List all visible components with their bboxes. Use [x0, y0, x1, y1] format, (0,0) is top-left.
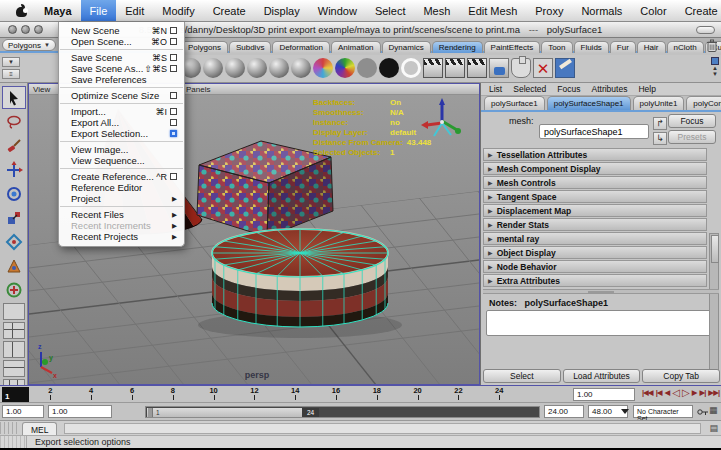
rainbow-icon[interactable] — [335, 58, 355, 78]
focus-button[interactable]: Focus — [668, 114, 716, 128]
file-menu-item-save-scene-as[interactable]: Save Scene As...⇧⌘S — [59, 63, 184, 74]
shelf-scrollbar[interactable]: ▲ ▼ — [711, 57, 719, 77]
section-mesh-component-display[interactable]: ▶Mesh Component Display — [483, 162, 707, 175]
black-icon[interactable] — [379, 58, 399, 78]
shelf-tab-subdivs[interactable]: Subdivs — [229, 41, 271, 53]
go-to-start-button[interactable]: |◀◀ — [641, 388, 654, 397]
shelf-tab-rendering[interactable]: Rendering — [432, 41, 483, 53]
mel-tab[interactable]: MEL — [22, 422, 57, 436]
playback-start-field[interactable]: 1.00 — [48, 405, 112, 418]
option-box-icon[interactable] — [170, 173, 177, 180]
menubar-item-window[interactable]: Window — [309, 0, 366, 21]
shelf-tab-fur[interactable]: Fur — [610, 41, 636, 53]
arrow-out-icon[interactable]: ↳ — [653, 132, 667, 145]
file-menu-item-reference-editor[interactable]: Reference Editor — [59, 182, 184, 193]
shelf-tab-ncloth[interactable]: nCloth — [667, 41, 704, 53]
option-box-icon[interactable] — [170, 54, 177, 61]
shelf-tab-dynamics[interactable]: Dynamics — [382, 41, 431, 53]
play-forward-button[interactable]: ▷ — [681, 387, 690, 398]
ae-menu-focus[interactable]: Focus — [557, 84, 580, 94]
presets-button[interactable]: Presets — [668, 130, 716, 144]
section-extra-attributes[interactable]: ▶Extra Attributes — [483, 274, 707, 287]
step-forward-key-button[interactable]: ▶| — [698, 388, 706, 397]
file-menu-item-import[interactable]: Import...⌘I — [59, 106, 184, 117]
command-input[interactable] — [64, 423, 701, 434]
current-frame-marker[interactable]: 1 — [2, 387, 29, 402]
play-backward-button[interactable]: ◁ — [671, 387, 680, 398]
option-box-icon[interactable] — [170, 92, 177, 99]
option-box-icon[interactable] — [170, 65, 177, 72]
shelf-tab-toon[interactable]: Toon — [541, 41, 572, 53]
time-slider[interactable]: 1 24681012141618202224 1.00 |◀◀|◀◀◁▷▶▶|▶… — [0, 385, 721, 402]
shelf-tab-fluids[interactable]: Fluids — [574, 41, 609, 53]
step-back-frame-button[interactable]: ◀ — [664, 388, 671, 397]
move-tool-icon[interactable] — [2, 158, 26, 181]
viewport-menu-panels[interactable]: Panels — [186, 85, 210, 94]
option-box-icon[interactable] — [170, 130, 177, 137]
section-node-behavior[interactable]: ▶Node Behavior — [483, 260, 707, 273]
ae-tab-polysurfaceshape1[interactable]: polySurfaceShape1 — [547, 96, 631, 110]
menubar-item-color[interactable]: Color — [631, 0, 675, 21]
menubar-item-edit-mesh[interactable]: Edit Mesh — [459, 0, 526, 21]
file-menu-item-create-reference[interactable]: Create Reference...^R — [59, 171, 184, 182]
character-set-field[interactable]: No Character Set — [633, 405, 693, 418]
playback-range-bar[interactable]: 1 24 — [145, 406, 540, 418]
go-to-end-button[interactable]: ▶▶| — [707, 388, 720, 397]
menubar-item-create[interactable]: Create — [204, 0, 255, 21]
sphere-icon[interactable] — [225, 58, 245, 78]
animation-start-field[interactable]: 1.00 — [2, 405, 44, 418]
shelf-menu-icon[interactable]: ▼ — [2, 57, 20, 67]
shelf-tab-polygons[interactable]: Polygons — [181, 41, 228, 53]
option-box-icon[interactable] — [170, 119, 177, 126]
section-tessellation-attributes[interactable]: ▶Tessellation Attributes — [483, 148, 707, 161]
ring-icon[interactable] — [401, 58, 421, 78]
range-start-handle[interactable] — [148, 408, 153, 417]
bucket-icon[interactable] — [489, 58, 509, 78]
script-editor-icon[interactable]: ▤ — [709, 423, 718, 433]
menubar-item-normals[interactable]: Normals — [572, 0, 631, 21]
option-box-icon[interactable] — [170, 27, 177, 34]
section-render-stats[interactable]: ▶Render Stats — [483, 218, 707, 231]
file-menu-item-view-sequence[interactable]: View Sequence... — [59, 155, 184, 166]
ae-menu-help[interactable]: Help — [638, 84, 655, 94]
shelf-tab-painteffects[interactable]: PaintEffects — [484, 41, 541, 53]
playback-range-used[interactable]: 1 24 — [147, 408, 319, 417]
file-menu-item-view-image[interactable]: View Image... — [59, 144, 184, 155]
lasso-tool-icon[interactable] — [2, 110, 26, 133]
option-box-icon[interactable] — [170, 38, 177, 45]
sphere-icon[interactable] — [269, 58, 289, 78]
sphere-icon[interactable] — [203, 58, 223, 78]
clapper-icon[interactable] — [467, 58, 487, 78]
sphere-icon[interactable] — [247, 58, 267, 78]
ae-menu-selected[interactable]: Selected — [513, 84, 546, 94]
trash-icon[interactable] — [706, 39, 718, 54]
file-menu-item-recent-files[interactable]: Recent Files▶ — [59, 209, 184, 220]
ae-tab-polycone1[interactable]: polyCone1 — [686, 96, 721, 110]
section-mesh-controls[interactable]: ▶Mesh Controls — [483, 176, 707, 189]
menubar-item-proxy[interactable]: Proxy — [526, 0, 572, 21]
file-menu-item-open-scene[interactable]: Open Scene...⌘O — [59, 36, 184, 47]
character-set-dropdown-icon[interactable] — [621, 409, 629, 414]
menubar-item-display[interactable]: Display — [255, 0, 309, 21]
file-menu-item-new-scene[interactable]: New Scene⌘N — [59, 25, 184, 36]
two-pane-stack-layout-button[interactable] — [3, 360, 25, 377]
menubar-item-modify[interactable]: Modify — [153, 0, 203, 21]
menubar-item-file[interactable]: File — [81, 0, 117, 21]
flat-icon[interactable] — [357, 58, 377, 78]
arrow-in-icon[interactable]: ↱ — [653, 117, 667, 130]
scale-tool-icon[interactable] — [2, 206, 26, 229]
shelf-tab-deformation[interactable]: Deformation — [272, 41, 330, 53]
file-menu-item-export-all[interactable]: Export All... — [59, 117, 184, 128]
apple-menu[interactable] — [8, 0, 35, 21]
file-menu-item-recent-projects[interactable]: Recent Projects▶ — [59, 231, 184, 242]
ae-menu-attributes[interactable]: Attributes — [591, 84, 627, 94]
notes-splitter-handle[interactable] — [483, 289, 719, 294]
menubar-item-select[interactable]: Select — [366, 0, 415, 21]
shelf-tab-hair[interactable]: Hair — [637, 41, 666, 53]
sphere-icon[interactable] — [291, 58, 311, 78]
show-manipulator-tool-icon[interactable] — [2, 278, 26, 301]
zoom-window-icon[interactable] — [34, 25, 43, 34]
step-forward-frame-button[interactable]: ▶ — [691, 388, 698, 397]
paint-select-tool-icon[interactable] — [2, 134, 26, 157]
auto-key-icon[interactable]: ▦ — [709, 405, 718, 415]
